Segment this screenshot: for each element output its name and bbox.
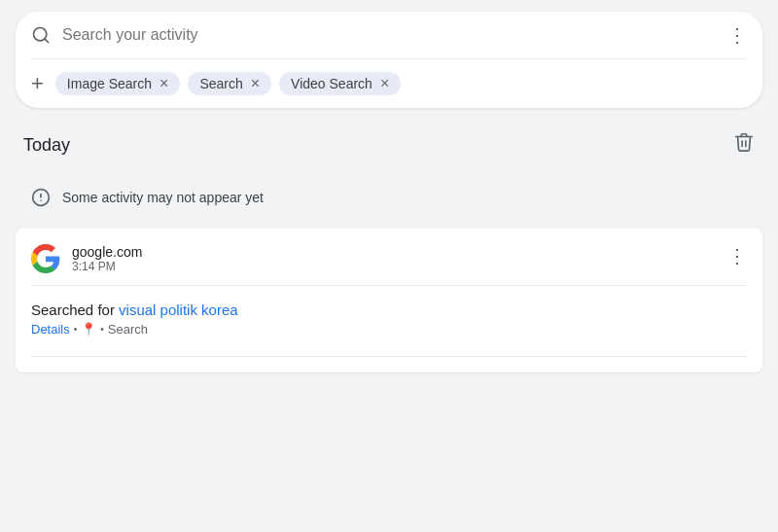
searched-for-label: Searched for	[31, 301, 119, 318]
more-options-icon[interactable]: ⋮	[727, 23, 747, 47]
dot-separator-1: •	[74, 324, 78, 335]
svg-line-1	[45, 39, 49, 43]
activity-title: Searched for visual politik korea	[31, 301, 747, 318]
info-icon	[31, 188, 51, 207]
search-chip-close[interactable]: ×	[251, 76, 260, 91]
activity-source: google.com 3:14 PM	[72, 244, 142, 273]
image-search-chip-label: Image Search	[67, 76, 152, 91]
activity-divider	[31, 285, 747, 286]
video-search-chip-label: Video Search	[291, 76, 372, 91]
search-chip-label: Search	[199, 76, 242, 91]
activity-card-header: google.com 3:14 PM ⋮	[31, 244, 747, 273]
activity-meta: google.com 3:14 PM	[31, 244, 142, 273]
search-query-link[interactable]: visual politik korea	[119, 301, 238, 318]
details-link[interactable]: Details	[31, 322, 70, 337]
delete-icon[interactable]	[733, 131, 755, 159]
activity-card: google.com 3:14 PM ⋮ Searched for visual…	[16, 229, 762, 372]
section-title: Today	[23, 135, 70, 156]
info-banner-text: Some activity may not appear yet	[62, 190, 264, 205]
dot-separator-2: •	[100, 324, 104, 335]
location-icon: 📍	[81, 322, 96, 337]
search-icon	[31, 25, 51, 45]
activity-detail: Searched for visual politik korea Detail…	[31, 298, 747, 340]
image-search-chip-close[interactable]: ×	[159, 76, 168, 91]
google-logo-icon	[31, 244, 60, 273]
image-search-chip[interactable]: Image Search ×	[55, 72, 181, 95]
filter-row: + Image Search × Search × Video Search ×	[31, 59, 747, 108]
source-name: google.com	[72, 244, 142, 260]
activity-type: Search	[108, 322, 148, 337]
activity-info: Details • 📍 • Search	[31, 322, 747, 337]
bottom-divider	[31, 356, 747, 357]
video-search-chip[interactable]: Video Search ×	[279, 72, 401, 95]
today-section-header: Today	[16, 116, 762, 174]
source-time: 3:14 PM	[72, 260, 142, 273]
activity-more-options-icon[interactable]: ⋮	[727, 244, 747, 267]
video-search-chip-close[interactable]: ×	[380, 76, 389, 91]
search-chip[interactable]: Search ×	[188, 72, 271, 95]
search-bar-container: ⋮ + Image Search × Search × Video Search…	[16, 12, 762, 108]
info-banner: Some activity may not appear yet	[16, 174, 762, 221]
search-input[interactable]	[62, 26, 727, 44]
search-row: ⋮	[31, 12, 747, 59]
add-filter-button[interactable]: +	[31, 71, 44, 96]
